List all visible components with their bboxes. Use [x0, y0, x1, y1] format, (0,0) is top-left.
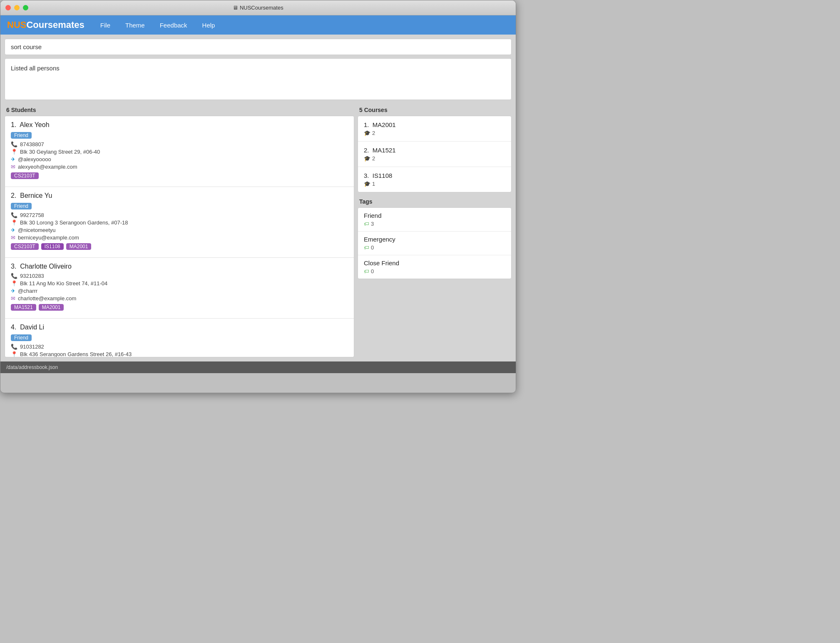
- student-telegram-1: @alexyooooo: [11, 156, 348, 162]
- student-email-2: berniceyu@example.com: [11, 234, 348, 241]
- app-logo: NUSCoursemates: [7, 20, 84, 30]
- menu-help[interactable]: Help: [200, 20, 218, 30]
- tag-name-closefriend: Close Friend: [364, 259, 505, 267]
- course-name-1: 1. MA2001: [364, 121, 505, 128]
- student-courses-3: MA1521 MA2001: [11, 304, 348, 313]
- command-input[interactable]: [5, 39, 512, 55]
- student-num-1: 1. Alex Yeoh: [11, 121, 50, 128]
- courses-section: 5 Courses 1. MA2001 2 2. MA1521 2: [358, 104, 512, 192]
- status-bar: /data/addressbook.json: [0, 361, 516, 373]
- student-phone-4: 91031282: [11, 344, 348, 350]
- right-panel: 5 Courses 1. MA2001 2 2. MA1521 2: [358, 104, 512, 357]
- location-icon: [11, 149, 17, 155]
- tag-item-emergency: Emergency 0: [358, 232, 511, 255]
- telegram-icon-3: [11, 288, 15, 294]
- tag-icon-closefriend: [364, 268, 369, 274]
- logo-coursemates: Coursemates: [26, 20, 84, 30]
- course-item-3: 3. IS1108 1: [358, 167, 511, 192]
- students-list[interactable]: 1. Alex Yeoh Friend 87438807 Blk 30 Geyl…: [5, 116, 354, 357]
- student-telegram-3: @charrr: [11, 288, 348, 294]
- student-address-1: Blk 30 Geylang Street 29, #06-40: [11, 149, 348, 155]
- student-phone-2: 99272758: [11, 212, 348, 218]
- status-path: /data/addressbook.json: [6, 364, 58, 370]
- telegram-icon-2: [11, 227, 15, 233]
- tags-list: Friend 3 Emergency 0: [358, 207, 512, 279]
- student-tag-friend: Friend: [11, 132, 32, 139]
- telegram-icon: [11, 156, 15, 162]
- students-header: 6 Students: [5, 104, 354, 116]
- menu-bar: NUSCoursemates File Theme Feedback Help: [0, 15, 516, 35]
- tag-icon-emergency: [364, 244, 369, 251]
- student-address-2: Blk 30 Lorong 3 Serangoon Gardens, #07-1…: [11, 219, 348, 226]
- student-telegram-2: @nicetomeetyu: [11, 227, 348, 233]
- course-tag-is1108: IS1108: [41, 243, 64, 250]
- email-icon: [11, 164, 15, 170]
- window-title: 🖥 NUSCoursemates: [233, 5, 283, 11]
- email-icon-3: [11, 295, 15, 302]
- menu-feedback[interactable]: Feedback: [157, 20, 190, 30]
- phone-icon-3: [11, 273, 17, 279]
- email-icon-2: [11, 234, 15, 241]
- course-item-2: 2. MA1521 2: [358, 142, 511, 167]
- tag-icon-friend: [364, 221, 369, 227]
- student-card-4: 4. David Li Friend 91031282 Blk 436 Sera…: [5, 319, 354, 357]
- phone-icon-2: [11, 212, 17, 218]
- tag-item-friend: Friend 3: [358, 208, 511, 232]
- course-tag-ma1521: MA1521: [11, 304, 36, 311]
- student-address-3: Blk 11 Ang Mo Kio Street 74, #11-04: [11, 280, 348, 287]
- output-box: Listed all persons: [5, 58, 512, 100]
- courses-list[interactable]: 1. MA2001 2 2. MA1521 2: [358, 116, 512, 192]
- student-courses-1: CS2103T: [11, 172, 348, 182]
- course-tag-cs2103t: CS2103T: [11, 243, 39, 250]
- student-card-1: 1. Alex Yeoh Friend 87438807 Blk 30 Geyl…: [5, 116, 354, 187]
- logo-nus: NUS: [7, 20, 26, 30]
- student-card-3: 3. Charlotte Oliveiro 93210283 Blk 11 An…: [5, 258, 354, 319]
- phone-icon: [11, 141, 17, 147]
- window-controls[interactable]: [5, 5, 28, 10]
- phone-icon-4: [11, 344, 17, 350]
- student-address-4: Blk 436 Serangoon Gardens Street 26, #16…: [11, 351, 348, 357]
- student-tag-friend-4: Friend: [11, 334, 32, 341]
- main-area: Listed all persons 6 Students 1. Alex Ye…: [0, 35, 516, 361]
- student-email-3: charlotte@example.com: [11, 295, 348, 302]
- student-email-1: alexyeoh@example.com: [11, 164, 348, 170]
- student-tag-friend-2: Friend: [11, 203, 32, 209]
- student-name-4: 4. David Li: [11, 324, 348, 331]
- menu-file[interactable]: File: [98, 20, 113, 30]
- course-tag: CS2103T: [11, 172, 39, 179]
- tag-name-friend: Friend: [364, 212, 505, 219]
- content-area: 6 Students 1. Alex Yeoh Friend 87438807 …: [5, 104, 512, 357]
- course-item-1: 1. MA2001 2: [358, 116, 511, 142]
- student-name-2: 2. Bernice Yu: [11, 192, 348, 199]
- student-name-3: 3. Charlotte Oliveiro: [11, 263, 348, 270]
- students-panel: 6 Students 1. Alex Yeoh Friend 87438807 …: [5, 104, 354, 357]
- title-bar: 🖥 NUSCoursemates: [0, 0, 516, 15]
- location-icon-2: [11, 219, 17, 226]
- student-courses-2: CS2103T IS1108 MA2001: [11, 243, 348, 252]
- maximize-button[interactable]: [23, 5, 28, 10]
- tag-name-emergency: Emergency: [364, 236, 505, 243]
- course-count-1: 2: [364, 130, 505, 136]
- output-text: Listed all persons: [11, 65, 60, 72]
- close-button[interactable]: [5, 5, 11, 10]
- tags-header: Tags: [358, 196, 512, 207]
- course-tag-ma2001-3: MA2001: [39, 304, 64, 311]
- grad-icon-3: [364, 181, 370, 187]
- student-name-1: 1. Alex Yeoh: [11, 121, 348, 129]
- course-tag-ma2001: MA2001: [66, 243, 92, 250]
- student-card-2: 2. Bernice Yu Friend 99272758 Blk 30 Lor…: [5, 187, 354, 258]
- grad-icon-2: [364, 155, 370, 162]
- courses-header: 5 Courses: [358, 104, 512, 116]
- location-icon-4: [11, 351, 17, 357]
- tag-count-emergency: 0: [364, 244, 505, 251]
- course-count-3: 1: [364, 181, 505, 187]
- grad-icon-1: [364, 130, 370, 136]
- course-name-2: 2. MA1521: [364, 147, 505, 154]
- tag-item-closefriend: Close Friend 0: [358, 255, 511, 279]
- location-icon-3: [11, 280, 17, 287]
- course-count-2: 2: [364, 155, 505, 162]
- minimize-button[interactable]: [14, 5, 20, 10]
- student-phone-1: 87438807: [11, 141, 348, 147]
- student-phone-3: 93210283: [11, 273, 348, 279]
- menu-theme[interactable]: Theme: [123, 20, 147, 30]
